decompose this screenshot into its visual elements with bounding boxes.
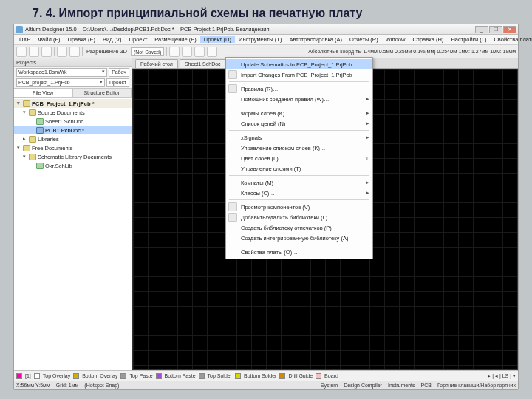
panel-tabs[interactable]: File View Structure Editor [14,88,132,98]
menu-item[interactable]: Update Schematics in PCB_Project_1.PrjPc… [226,59,372,69]
menu-item[interactable]: Создать интегрированную библиотеку (A) [226,233,372,243]
expand-icon[interactable]: ▾ [16,145,21,151]
menu-item[interactable]: Проект [126,36,151,43]
menu-item[interactable]: Управление слоями (T) [226,163,372,174]
layer-swatch[interactable] [16,373,22,379]
layer-name[interactable]: Top Overlay [43,373,70,378]
tree-row[interactable]: ▾Schematic Library Documents [14,152,132,161]
layer-swatch[interactable] [120,373,126,379]
app-icon [16,26,23,33]
toolbar-button[interactable] [29,47,39,57]
layer-name[interactable]: Board [324,373,338,378]
layer-swatch[interactable] [279,373,285,379]
menu-item-label: Список цепей (N) [241,120,285,127]
menu-item-icon [228,84,237,93]
menu-item[interactable]: Управление списком слоев (K)… [226,143,372,153]
menu-item[interactable]: Создать библиотеку отпечатков (P) [226,222,372,233]
tree-row[interactable]: ▾PCB_Project_1.PrjPcb * [14,99,132,108]
menu-item[interactable]: Просмотр компонентов (V) [226,202,372,212]
tab-structure-editor[interactable]: Structure Editor [73,89,132,97]
menu-item-label: Просмотр компонентов (V) [241,204,310,211]
toolbar-button[interactable] [207,47,217,57]
status-link[interactable]: PCB [421,383,432,388]
menu-item[interactable]: Добавить/Удалить библиотеки (L)… [226,212,372,222]
menu-item[interactable]: Файл (F) [34,36,64,43]
layer-name[interactable]: Top Paste [129,373,152,378]
expand-icon[interactable]: ▾ [21,154,27,160]
project-menu-dropdown[interactable]: Update Schematics in PCB_Project_1.PrjPc… [225,57,373,259]
layer-swatch[interactable] [199,373,205,379]
menu-item-label: Управление списком слоев (K)… [241,145,325,151]
expand-icon[interactable]: ▾ [16,100,21,106]
tree-row[interactable]: PCB1.PcbDoc * [14,126,132,134]
layer-swatch[interactable] [156,373,162,379]
workspace-button[interactable]: Рабоч [109,68,129,77]
status-link[interactable]: Design Compiler [344,383,382,388]
menu-item[interactable]: Вид (V) [99,36,126,43]
layer-name[interactable]: Bottom Paste [165,373,196,378]
project-dropdown[interactable]: PCB_project_1.PrjPcb [16,78,105,87]
document-tab[interactable]: Sheet1.SchDoc [180,59,226,68]
menu-item[interactable]: Справка (H) [409,36,447,43]
toolbar-button[interactable] [57,47,67,57]
toolbar-button[interactable] [169,47,180,57]
project-button[interactable]: Проект [106,78,129,87]
toolbar-button[interactable] [194,47,205,57]
tree-row[interactable]: ▸Libraries [14,134,132,143]
expand-icon[interactable]: ▸ [21,136,27,142]
layer-swatch[interactable] [316,373,321,379]
project-tree[interactable]: ▾PCB_Project_1.PrjPcb *▾Source Documents… [14,98,132,370]
layer-name[interactable]: Bottom Overlay [82,373,117,378]
toolbar-button[interactable] [182,47,192,57]
menu-item[interactable]: Автотрассировка (A) [285,36,346,43]
layer-bar[interactable]: [1]Top OverlayBottom OverlayTop PasteBot… [14,370,518,381]
layer-swatch[interactable] [235,373,241,379]
menu-item[interactable]: DXP [16,36,34,43]
menu-item[interactable]: xSignals▸ [226,132,372,143]
workspace-dropdown[interactable]: Workspace1.DsnWrk [16,68,107,77]
menu-item[interactable]: Правила (R)… [226,83,372,94]
file-icon [29,154,36,160]
menu-item[interactable]: Формы слоев (K)▸ [226,108,372,118]
tree-row[interactable]: Oxr.SchLib [14,161,132,170]
tree-row[interactable]: ▾Source Documents [14,108,132,117]
menu-item[interactable]: Инструменты (T) [235,36,285,43]
close-button[interactable]: ✕ [503,26,516,33]
status-link[interactable]: Instruments [388,383,415,388]
menu-item[interactable]: Window [382,36,409,43]
status-link[interactable]: Горячие клавиши/Набор горячих [437,383,516,388]
menu-item[interactable]: Проект (D) [200,36,235,43]
layer-swatch[interactable] [73,373,79,379]
status-link[interactable]: System [321,383,338,388]
document-tab[interactable]: Рабочий стол [135,59,178,68]
file-icon [36,163,44,169]
menubar[interactable]: DXPФайл (F)Правка (E)Вид (V)ПроектРазмещ… [14,35,518,45]
menu-item[interactable]: Свойства платы (O)… [226,247,372,257]
menu-item[interactable]: Список цепей (N)▸ [226,118,372,129]
menu-item[interactable]: Отчёты (R) [346,36,382,43]
tab-file-view[interactable]: File View [14,89,73,97]
layer-name[interactable]: [1] [25,373,31,378]
menu-item[interactable]: Классы (C)…▸ [226,188,372,198]
menu-item[interactable]: Import Changes From PCB_Project_1.PrjPcb [226,69,372,80]
layer-name[interactable]: Drill Guide [288,373,313,378]
menu-item[interactable]: Комнаты (M)▸ [226,177,372,188]
menu-item[interactable]: Размещение (P) [151,36,200,43]
maximize-button[interactable]: ☐ [489,26,502,33]
menu-item[interactable]: Помощник создания правил (W)…▸ [226,94,372,104]
layer-name[interactable]: Bottom Solder [244,373,276,378]
layer-bar-controls[interactable]: ▸ | ◂ | LS | ▾ [488,373,516,379]
toolbar-button[interactable] [16,47,27,57]
menu-item[interactable]: Правка (E) [64,36,99,43]
layer-name[interactable]: Top Solder [208,373,232,378]
menu-item[interactable]: Свойства платы (B) [490,36,532,43]
toolbar-button[interactable] [69,47,80,57]
expand-icon[interactable]: ▾ [21,109,27,115]
tree-row[interactable]: Sheet1.SchDoc [14,117,132,126]
menu-item[interactable]: Цвет слоёв (L)…L [226,153,372,163]
minimize-button[interactable]: _ [475,26,488,33]
tree-row[interactable]: ▾Free Documents [14,143,132,152]
menu-item[interactable]: Настройки (L) [447,36,490,43]
layer-swatch[interactable] [34,373,40,379]
toolbar-button[interactable] [41,47,52,57]
